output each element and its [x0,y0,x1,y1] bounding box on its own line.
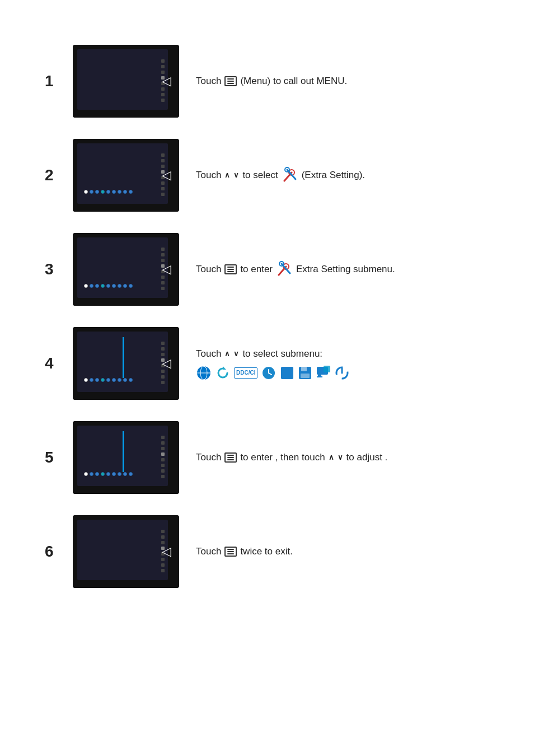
step-1: 1 ◁ Touch [45,45,512,118]
tool-icon-3 [276,261,293,278]
menu-line [227,269,234,270]
to-enter-3: to enter [240,262,273,277]
menu-dot-active [101,190,105,194]
submenu-icons-row: DDC/CI [196,365,512,381]
display-icon [316,366,331,380]
screen-1 [77,49,168,110]
menu-dot-active [101,472,105,476]
step-6: 6 ◁ Touch [45,515,512,588]
btn-dot [161,59,165,63]
step-number-5: 5 [45,449,73,466]
btn-dot [161,530,165,533]
instruction-text-5: Touch to enter , then touch ∧ ∨ to adjus… [196,450,512,465]
btn-dot [161,342,165,345]
cursor-3: ◁ [162,262,171,277]
btn-dot [161,93,165,96]
step-number-3: 3 [45,260,73,278]
save-icon [298,366,312,380]
btn-strip-5 [161,436,165,478]
monitor-4: ◁ [73,327,179,400]
cursor-1: ◁ [162,74,171,88]
menu-line [227,455,234,456]
menu-dot [118,378,121,382]
menu-dot [112,190,116,194]
instruction-3: Touch to enter Extra Setting submenu. [196,261,512,278]
btn-dot [161,535,165,539]
screen-2 [77,143,168,204]
touch-label-4: Touch [196,346,221,361]
clock-icon [261,365,277,381]
instruction-text-6: Touch twice to exit. [196,544,512,559]
twice-to-exit-6: twice to exit. [240,544,293,559]
menu-dot [95,378,99,382]
menu-icon-3 [224,264,237,274]
menu-dot [129,190,133,194]
touch-label-6: Touch [196,544,221,559]
screen-3 [77,237,168,298]
instruction-text-3: Touch to enter Extra Setting submenu. [196,261,512,278]
instruction-1: Touch (Menu) to call out MENU. [196,73,512,88]
menu-dot [112,378,116,382]
btn-dot [161,281,165,284]
instruction-text-2: Touch ∧ ∨ to select (Extra Setting). [196,167,512,184]
instruction-4: Touch ∧ ∨ to select submenu: DDC/CI [196,346,512,380]
menu-line [227,551,234,552]
btn-dot [161,569,165,572]
power-icon [335,366,349,380]
monitor-3: ◁ [73,233,179,306]
btn-dot [161,287,165,290]
menu-dot [118,284,121,288]
menu-dot [112,472,116,476]
step-number-2: 2 [45,166,73,184]
btn-dot [161,65,165,68]
svg-marker-11 [223,366,226,370]
btn-dot [161,381,165,384]
v-line-4 [123,337,124,378]
menu-dot [90,284,93,288]
monitor-2: ◁ [73,139,179,212]
menu-dot [84,472,88,476]
menu-dot [90,472,93,476]
menu-dot [95,472,99,476]
monitor-1: ◁ [73,45,179,118]
menu-bar-3 [84,284,133,288]
btn-dot [161,99,165,102]
cursor-6: ◁ [162,544,171,559]
menu-dot [90,190,93,194]
menu-line [227,267,234,268]
menu-dot [106,472,110,476]
btn-dot [161,464,165,467]
menu-bar-2 [84,190,133,194]
cursor-2: ◁ [162,168,171,183]
btn-dot [161,187,165,190]
caret-up-4: ∧ [224,348,230,360]
step-2: 2 [45,139,512,212]
square-icon [280,366,294,380]
menu-dot [123,472,127,476]
ddcci-icon: DDC/CI [234,367,257,379]
menu-dot [95,284,99,288]
touch-label-2: Touch [196,167,221,183]
v-line-5 [123,431,124,472]
svg-rect-17 [301,367,307,371]
menu-dot [106,190,110,194]
tool-icon-2 [282,167,298,184]
menu-line [227,457,234,458]
caret-down-2: ∨ [233,170,239,181]
page: 1 ◁ Touch [0,0,534,654]
menu-line [227,553,234,554]
menu-icon-1 [224,76,237,86]
instruction-text-1: Touch (Menu) to call out MENU. [196,73,512,88]
step-number-6: 6 [45,543,73,561]
menu-dot [90,378,93,382]
menu-dot-active [101,284,105,288]
menu-line [227,81,234,82]
btn-dot [161,159,165,162]
svg-rect-18 [301,374,310,378]
step-number-1: 1 [45,72,73,90]
btn-dot [161,441,165,445]
menu-bar-4 [84,378,133,382]
step-number-4: 4 [45,354,73,372]
instruction-detail-1: (Menu) to call out MENU. [240,73,347,88]
menu-dot [123,190,127,194]
